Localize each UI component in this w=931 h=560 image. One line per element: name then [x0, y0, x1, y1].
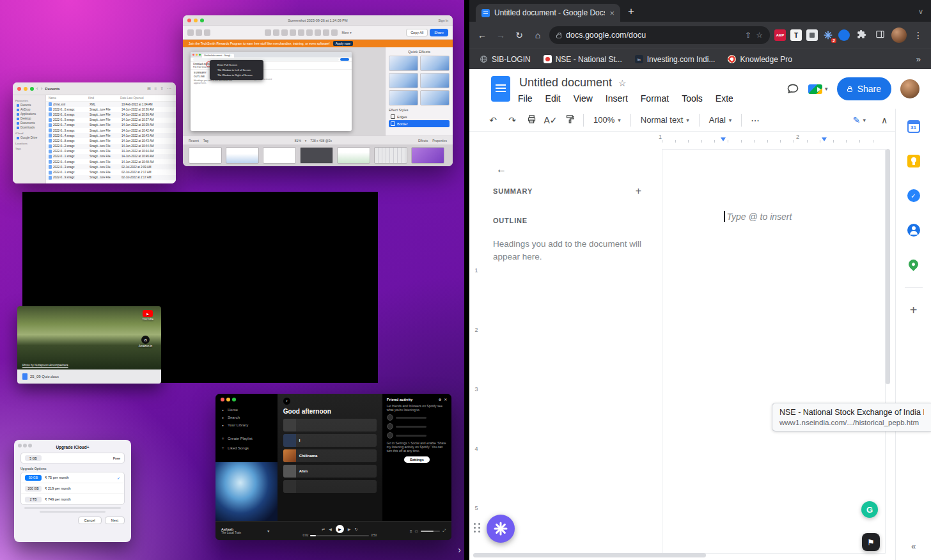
paragraph-style-select[interactable]: Normal text▾ [636, 115, 694, 125]
file-row[interactable]: 2022-0...1.snagx Snagit...ture File 02-J… [46, 169, 176, 175]
t-extension-icon[interactable]: T [790, 29, 802, 41]
extensions-puzzle-icon[interactable] [854, 29, 868, 41]
contacts-icon[interactable] [907, 224, 920, 237]
artist-name[interactable]: The Local Train [221, 531, 262, 534]
file-row[interactable]: 2022-0...4.snagx Snagit...ture File 14-J… [46, 133, 176, 138]
queue-icon[interactable]: ≡ [410, 529, 412, 533]
address-bar[interactable]: docs.google.com/docu ⇧ ☆ [549, 26, 770, 44]
effect-thumbnail[interactable] [420, 73, 450, 88]
volume-slider[interactable] [421, 531, 440, 532]
blue-extension-icon[interactable] [838, 29, 850, 41]
file-row[interactable]: 2022-0...2.snagx Snagit...ture File 14-J… [46, 144, 176, 149]
undo-icon[interactable]: ↶ [485, 115, 501, 125]
sidebar-item-google-drive[interactable]: Google Drive [15, 136, 43, 140]
home-button[interactable]: ⌂ [531, 30, 545, 40]
side-panel-icon[interactable] [873, 29, 887, 41]
tab-search-chevron-icon[interactable]: ∨ [918, 8, 923, 16]
file-row[interactable]: 2022-0...1.snagx Snagit...ture File 14-J… [46, 154, 176, 159]
album-art[interactable] [215, 462, 278, 521]
forward-icon[interactable]: › [41, 86, 43, 91]
capture-thumbnail[interactable] [300, 147, 333, 164]
comment-icon[interactable] [786, 82, 799, 95]
column-date[interactable]: Date Last Opened [120, 97, 173, 100]
docs-logo-icon[interactable] [491, 76, 510, 102]
fill-tool-icon[interactable] [306, 29, 313, 36]
paint-format-icon[interactable] [561, 114, 578, 126]
file-row[interactable]: 2022-0...9.snagx Snagit...ture File 02-J… [46, 175, 176, 180]
callout-tool-icon[interactable] [281, 29, 288, 36]
shape-tool-icon[interactable] [290, 29, 296, 36]
properties-button[interactable]: Properties [432, 139, 447, 143]
effect-thumbnail[interactable] [389, 90, 418, 105]
add-summary-icon[interactable]: + [636, 185, 641, 197]
redo-icon[interactable]: ↷ [504, 115, 520, 125]
file-row[interactable]: 2022-0...0.snagx Snagit...ture File 14-J… [46, 107, 176, 112]
capture-thumbnail[interactable] [374, 147, 407, 164]
file-row[interactable]: 2022-0...4.snagx Snagit...ture File 14-J… [46, 159, 176, 164]
browser-tab[interactable]: Untitled document - Google Docs × [476, 4, 620, 22]
share-button[interactable]: Share [430, 29, 448, 36]
sidebar-item[interactable]: Desktop [15, 116, 43, 121]
grammarly-icon[interactable]: G [861, 501, 878, 518]
capture-icon[interactable] [196, 29, 202, 36]
zoom-traffic-light[interactable] [30, 87, 34, 91]
expand-side-panel-icon[interactable]: « [911, 541, 916, 551]
sidebar-item[interactable]: AirDrop [15, 107, 43, 112]
zoom-level[interactable]: 81% [295, 139, 301, 143]
repeat-icon[interactable]: ↻ [354, 527, 357, 531]
new-tab-button[interactable]: + [628, 5, 634, 18]
tasks-icon[interactable]: ✓ [907, 189, 920, 202]
back-icon[interactable]: ‹ [36, 86, 38, 91]
spotify-nav-item[interactable]: ▪Home [221, 406, 272, 414]
playlist-tile[interactable]: I [283, 434, 377, 447]
playlist-tile[interactable] [283, 480, 377, 493]
sidebar-item[interactable]: Documents [15, 121, 43, 125]
plan-option-50gb[interactable]: 50 GB ₹ 75 per month ✓ [21, 472, 124, 483]
cancel-button[interactable]: Cancel [78, 517, 102, 524]
text-tool-icon[interactable] [273, 29, 279, 36]
tag-button[interactable]: Tag [203, 139, 208, 143]
extension-fab-button[interactable] [487, 515, 515, 543]
amazon-shortcut[interactable]: a Amazon.in [139, 336, 152, 348]
file-row[interactable]: 2022-0...6.snagx Snagit...ture File 14-J… [46, 112, 176, 117]
youtube-shortcut[interactable]: ▶ YouTube [142, 310, 153, 321]
playlist-item[interactable]: ＋Create Playlist [221, 433, 272, 443]
context-menu-item[interactable]: Enter Full Screen [214, 63, 260, 68]
spotify-nav-item[interactable]: ▪Search [221, 414, 272, 421]
account-avatar[interactable] [900, 79, 919, 98]
copy-all-button[interactable]: Copy All [406, 29, 428, 36]
more-tools-button[interactable]: More ▾ [341, 31, 351, 35]
font-select[interactable]: Arial▾ [705, 115, 737, 125]
list-view-icon[interactable]: ≡ [154, 86, 157, 91]
profile-avatar[interactable] [891, 27, 907, 43]
icloud-upgrade-dialog[interactable]: Upgrade iCloud+ 5 GB Free Upgrade Option… [14, 440, 131, 542]
print-icon[interactable] [523, 114, 540, 126]
snowflake-extension-icon[interactable]: 2 [822, 29, 834, 41]
document-page[interactable]: Type @ to insert [662, 149, 886, 554]
plan-option-2tb[interactable]: 2 TB ₹ 749 per month [21, 494, 124, 504]
reload-button[interactable]: ↻ [512, 30, 526, 40]
library-icon[interactable] [187, 29, 194, 36]
capture-thumbnail[interactable] [337, 147, 370, 164]
selection-tool-icon[interactable] [323, 29, 329, 36]
finder-toolbar-icons[interactable]: ⊞≡⇧⋯ [147, 86, 171, 91]
playlist-item[interactable]: ＋Liked Songs [221, 443, 272, 453]
flag-fab-button[interactable]: ⚑ [862, 533, 880, 551]
menu-item[interactable]: Edit [545, 93, 561, 104]
menu-item[interactable]: Format [641, 93, 669, 104]
menu-item[interactable]: Insert [606, 93, 628, 104]
document-title[interactable]: Untitled document [519, 76, 612, 89]
progress-bar[interactable] [310, 535, 369, 536]
minimize-traffic-light[interactable] [194, 19, 198, 22]
next-button[interactable]: Next [105, 517, 125, 524]
share-page-icon[interactable]: ⇧ [745, 31, 751, 40]
shuffle-icon[interactable]: ⇄ [322, 527, 325, 531]
playlist-tile[interactable]: Chillnama [283, 449, 377, 462]
toolbar-overflow-icon[interactable]: ⋯ [747, 115, 763, 125]
editing-mode-button[interactable]: ✎▾ [853, 115, 866, 125]
horizontal-ruler[interactable]: 1 2 [469, 132, 931, 144]
play-button[interactable]: ▶ [336, 525, 344, 533]
extension-icon[interactable] [806, 29, 818, 41]
photo-preview-card[interactable]: ▶ YouTube a Amazon.in Photo by Nuttapoom… [17, 306, 161, 384]
capture-thumbnail[interactable] [411, 147, 444, 164]
